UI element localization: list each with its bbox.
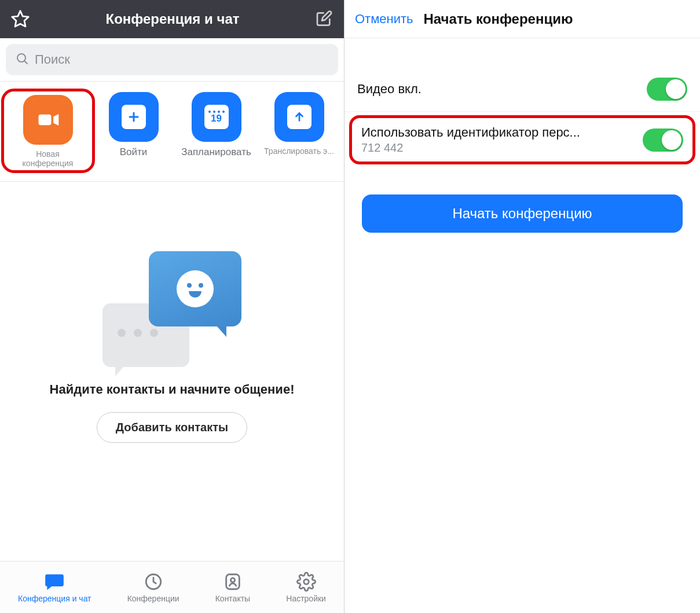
svg-rect-3	[38, 115, 51, 125]
start-meeting-header: Отменить Начать конференцию	[344, 0, 700, 38]
compose-icon[interactable]	[315, 10, 333, 28]
empty-state: Найдите контакты и начните общение! Доба…	[0, 182, 344, 613]
join-action[interactable]: Войти	[93, 92, 174, 170]
search-container	[0, 38, 344, 82]
empty-state-title: Найдите контакты и начните общение!	[50, 382, 295, 397]
start-meeting-button[interactable]: Начать конференцию	[362, 194, 683, 233]
tab-chat[interactable]: Конференция и чат	[18, 572, 91, 603]
header-title: Конференция и чат	[106, 11, 240, 27]
tab-meetings-label: Конференции	[127, 594, 179, 603]
quick-actions-row: Новаяконференция Войти 19	[0, 82, 344, 182]
join-label: Войти	[120, 146, 148, 158]
start-meeting-screen: Отменить Начать конференцию Видео вкл. И…	[344, 0, 700, 613]
new-meeting-highlight: Новаяконференция	[1, 89, 95, 173]
star-icon[interactable]	[10, 9, 30, 29]
main-header: Конференция и чат	[0, 0, 344, 38]
bottom-tab-bar: Конференция и чат Конференции Контакты Н…	[0, 561, 344, 613]
plus-icon	[109, 92, 159, 142]
svg-marker-0	[12, 11, 28, 27]
calendar-icon: 19	[192, 92, 241, 142]
schedule-label: Запланировать	[181, 146, 251, 158]
cancel-button[interactable]: Отменить	[355, 12, 413, 27]
search-input[interactable]	[35, 52, 329, 67]
tab-settings-label: Настройки	[286, 594, 326, 603]
svg-point-10	[230, 578, 234, 582]
gear-icon	[295, 572, 318, 592]
svg-point-11	[303, 579, 309, 584]
tab-contacts[interactable]: Контакты	[215, 572, 250, 603]
share-screen-action[interactable]: Транслировать э...	[259, 92, 340, 170]
svg-marker-4	[53, 114, 58, 126]
share-arrow-icon	[274, 92, 324, 142]
search-icon	[15, 52, 29, 68]
pmi-label: Использовать идентификатор перс...	[361, 125, 643, 140]
tab-meetings[interactable]: Конференции	[127, 572, 179, 603]
pmi-value: 712 442	[361, 141, 643, 155]
main-screen: Конференция и чат Новаяконфер	[0, 0, 344, 613]
new-meeting-label: Новаяконференция	[23, 149, 74, 168]
chat-illustration	[102, 251, 241, 367]
add-contacts-button[interactable]: Добавить контакты	[97, 412, 247, 443]
share-label: Транслировать э...	[264, 146, 334, 156]
person-icon	[221, 572, 244, 592]
tab-settings[interactable]: Настройки	[286, 572, 326, 603]
tab-contacts-label: Контакты	[215, 594, 250, 603]
video-label: Видео вкл.	[357, 82, 647, 97]
video-toggle[interactable]	[647, 78, 687, 101]
video-toggle-row: Видео вкл.	[344, 67, 700, 112]
pmi-toggle-row: Использовать идентификатор перс... 712 4…	[349, 115, 695, 164]
tab-chat-label: Конференция и чат	[18, 594, 91, 603]
search-field[interactable]	[6, 44, 338, 75]
schedule-action[interactable]: 19 Запланировать	[176, 92, 257, 170]
pmi-toggle[interactable]	[643, 129, 683, 152]
chat-bubble-icon	[43, 572, 66, 592]
start-meeting-title: Начать конференцию	[422, 11, 690, 27]
clock-icon	[142, 572, 165, 592]
new-meeting-action[interactable]: Новаяконференция	[8, 95, 89, 168]
svg-line-2	[25, 61, 28, 64]
video-icon	[23, 95, 73, 145]
